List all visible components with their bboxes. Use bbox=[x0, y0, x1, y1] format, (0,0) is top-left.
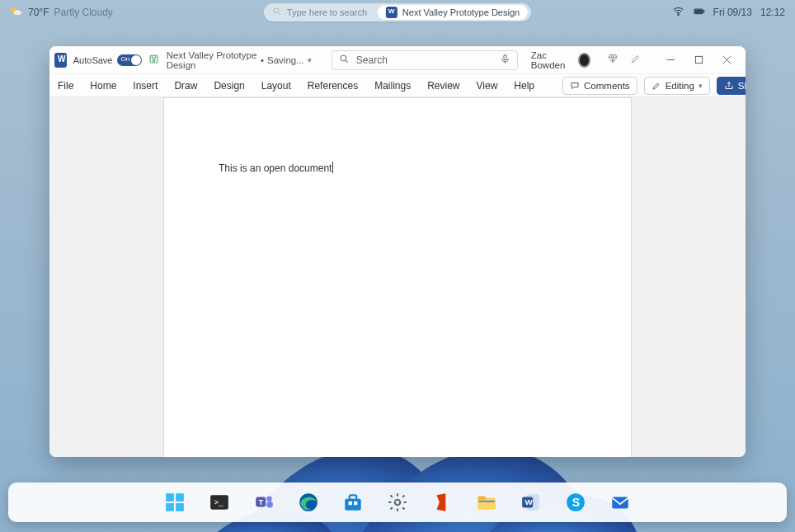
svg-rect-36 bbox=[478, 501, 495, 502]
svg-point-33 bbox=[395, 500, 401, 506]
wifi-icon[interactable] bbox=[672, 5, 684, 20]
system-bar: 70°F Partly Cloudy Type here to search N… bbox=[0, 0, 795, 25]
document-canvas[interactable]: This is an open document bbox=[49, 97, 746, 457]
tab-file[interactable]: File bbox=[56, 78, 75, 93]
share-label: Share bbox=[738, 81, 746, 91]
tab-draw[interactable]: Draw bbox=[172, 78, 199, 93]
word-window: AutoSave On Next Valley Prototype Design… bbox=[49, 46, 746, 457]
svg-text:>_: >_ bbox=[214, 497, 224, 506]
microphone-icon[interactable] bbox=[500, 54, 510, 67]
minimize-button[interactable] bbox=[656, 49, 684, 72]
file-explorer-icon[interactable] bbox=[475, 491, 498, 514]
svg-rect-32 bbox=[354, 501, 357, 505]
tab-mailings[interactable]: Mailings bbox=[373, 78, 412, 93]
share-button[interactable]: Share ▾ bbox=[717, 77, 746, 95]
weather-icon bbox=[10, 5, 23, 21]
taskbar-word-icon[interactable]: W bbox=[520, 491, 543, 514]
settings-icon[interactable] bbox=[386, 491, 409, 514]
quick-save-icon[interactable] bbox=[148, 54, 159, 67]
ribbon-search-placeholder: Search bbox=[356, 54, 388, 66]
word-app-icon bbox=[54, 53, 67, 68]
svg-text:T: T bbox=[259, 497, 264, 506]
document-name: Next Valley Prototype Design bbox=[167, 50, 257, 70]
system-time[interactable]: 12:12 bbox=[760, 7, 785, 18]
diamond-icon[interactable] bbox=[607, 53, 619, 68]
battery-icon[interactable] bbox=[693, 5, 705, 20]
comments-label: Comments bbox=[584, 81, 630, 91]
tab-insert[interactable]: Insert bbox=[131, 78, 159, 93]
ribbon-tabs: File Home Insert Draw Design Layout Refe… bbox=[49, 74, 746, 97]
document-page[interactable]: This is an open document bbox=[163, 97, 632, 457]
document-title[interactable]: Next Valley Prototype Design • Saving...… bbox=[167, 50, 312, 70]
skype-icon[interactable]: S bbox=[564, 491, 587, 514]
tab-design[interactable]: Design bbox=[212, 78, 246, 93]
account-button[interactable]: Zac Bowden bbox=[531, 50, 590, 70]
svg-rect-15 bbox=[695, 56, 702, 63]
toggle-switch[interactable]: On bbox=[117, 54, 142, 66]
autosave-label: AutoSave bbox=[73, 55, 113, 65]
svg-point-9 bbox=[153, 59, 156, 62]
top-search-placeholder: Type here to search bbox=[287, 7, 378, 17]
svg-rect-31 bbox=[349, 501, 352, 505]
svg-rect-21 bbox=[176, 503, 184, 511]
editing-label: Editing bbox=[666, 81, 694, 91]
svg-point-2 bbox=[274, 8, 279, 13]
document-save-status: Saving... bbox=[267, 55, 304, 65]
window-controls bbox=[656, 49, 741, 72]
text-cursor bbox=[332, 162, 333, 173]
system-date[interactable]: Fri 09/13 bbox=[713, 7, 752, 18]
pen-icon[interactable] bbox=[630, 53, 642, 68]
avatar bbox=[578, 53, 590, 68]
comments-button[interactable]: Comments bbox=[562, 77, 637, 95]
svg-rect-7 bbox=[703, 11, 703, 12]
chevron-down-icon: ▾ bbox=[699, 82, 703, 90]
store-icon[interactable] bbox=[341, 491, 365, 514]
svg-rect-19 bbox=[176, 493, 184, 501]
tab-references[interactable]: References bbox=[306, 78, 360, 93]
svg-rect-27 bbox=[266, 501, 273, 508]
svg-rect-6 bbox=[695, 10, 702, 12]
svg-rect-18 bbox=[166, 493, 174, 501]
title-bar: AutoSave On Next Valley Prototype Design… bbox=[49, 46, 746, 74]
svg-rect-35 bbox=[477, 496, 486, 499]
maximize-button[interactable] bbox=[684, 49, 713, 72]
office-icon[interactable] bbox=[430, 491, 454, 514]
tab-review[interactable]: Review bbox=[426, 78, 461, 93]
word-icon bbox=[386, 7, 398, 18]
svg-text:S: S bbox=[572, 496, 580, 509]
document-body-text: This is an open document bbox=[219, 162, 332, 174]
weather-condition: Partly Cloudy bbox=[54, 7, 112, 18]
start-button[interactable] bbox=[163, 491, 186, 514]
search-icon bbox=[339, 54, 350, 67]
editing-mode-button[interactable]: Editing ▾ bbox=[644, 77, 710, 95]
edge-icon[interactable] bbox=[297, 491, 320, 514]
svg-point-4 bbox=[677, 14, 678, 15]
svg-point-26 bbox=[266, 496, 272, 501]
terminal-icon[interactable]: >_ bbox=[208, 491, 231, 514]
tab-home[interactable]: Home bbox=[88, 78, 118, 93]
svg-text:W: W bbox=[525, 497, 533, 506]
svg-rect-20 bbox=[166, 503, 174, 511]
svg-line-11 bbox=[346, 60, 348, 63]
autosave-toggle[interactable]: AutoSave On bbox=[73, 54, 143, 66]
close-button[interactable] bbox=[713, 49, 741, 72]
svg-rect-42 bbox=[612, 497, 628, 509]
ribbon-search[interactable]: Search bbox=[332, 50, 518, 70]
svg-point-10 bbox=[341, 55, 346, 61]
weather-widget[interactable]: 70°F Partly Cloudy bbox=[10, 5, 113, 21]
search-icon bbox=[272, 7, 282, 19]
tab-help[interactable]: Help bbox=[512, 78, 536, 93]
svg-rect-30 bbox=[350, 495, 357, 499]
teams-icon[interactable]: T bbox=[252, 491, 275, 514]
top-search-bar[interactable]: Type here to search Next Valley Prototyp… bbox=[264, 3, 531, 21]
tab-layout[interactable]: Layout bbox=[260, 78, 293, 93]
svg-point-1 bbox=[14, 10, 21, 15]
search-suggestion-chip[interactable]: Next Valley Prototype Design bbox=[378, 5, 528, 20]
chevron-down-icon: ▾ bbox=[308, 56, 312, 64]
tab-view[interactable]: View bbox=[475, 78, 500, 93]
search-suggestion-label: Next Valley Prototype Design bbox=[402, 7, 520, 17]
svg-rect-12 bbox=[504, 54, 506, 59]
svg-line-3 bbox=[278, 12, 280, 15]
mail-icon[interactable] bbox=[609, 491, 632, 514]
user-name: Zac Bowden bbox=[531, 50, 573, 70]
